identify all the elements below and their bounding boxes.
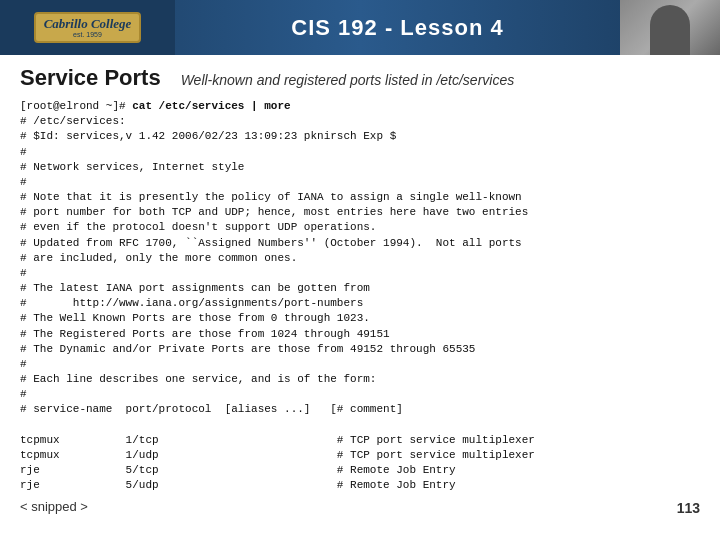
section-subtitle: Well-known and registered ports listed i… bbox=[181, 72, 515, 88]
terminal-command: cat /etc/services | more bbox=[132, 100, 290, 112]
terminal-prompt: [root@elrond ~]# cat /etc/services | mor… bbox=[20, 100, 535, 491]
logo-est: est. 1959 bbox=[73, 31, 102, 38]
logo-box: Cabrillo College est. 1959 bbox=[34, 12, 142, 43]
photo-silhouette bbox=[650, 5, 690, 55]
section-title: Service Ports bbox=[20, 65, 161, 91]
logo-area: Cabrillo College est. 1959 bbox=[0, 0, 175, 55]
snipped-label: < snipped > bbox=[20, 499, 700, 514]
section-header-row: Service Ports Well-known and registered … bbox=[20, 65, 700, 91]
content-area: Service Ports Well-known and registered … bbox=[0, 55, 720, 524]
terminal-output: [root@elrond ~]# cat /etc/services | mor… bbox=[20, 99, 700, 493]
header-photo bbox=[620, 0, 720, 55]
header: Cabrillo College est. 1959 CIS 192 - Les… bbox=[0, 0, 720, 55]
header-title: CIS 192 - Lesson 4 bbox=[175, 15, 620, 41]
logo-text: Cabrillo College bbox=[44, 17, 132, 31]
page-number: 113 bbox=[677, 500, 700, 516]
